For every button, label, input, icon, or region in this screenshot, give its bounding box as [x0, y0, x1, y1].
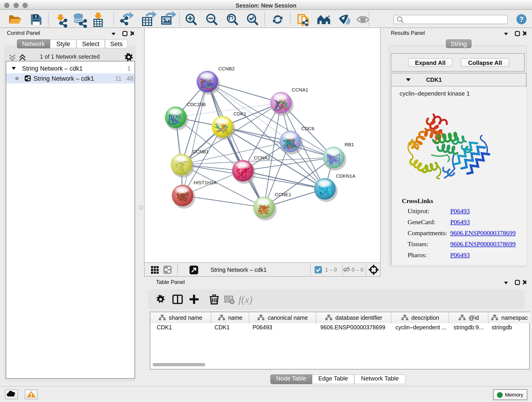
svg-text:f(x): f(x) — [239, 294, 253, 305]
svg-text:CCNA1: CCNA1 — [292, 87, 308, 92]
svg-text:CDK1: CDK1 — [234, 111, 246, 116]
svg-text:String Network – cdk1: String Network – cdk1 — [210, 267, 267, 273]
svg-text:CDC25B: CDC25B — [187, 102, 206, 107]
svg-text:CDC6: CDC6 — [301, 126, 314, 131]
svg-text:0 – 0: 0 – 0 — [352, 267, 363, 273]
svg-text:CDKN1A: CDKN1A — [336, 173, 355, 179]
svg-text:1 – 0: 1 – 0 — [325, 267, 337, 273]
svg-text:CCNB1: CCNB1 — [192, 149, 209, 154]
svg-text:CCNB2: CCNB2 — [218, 66, 234, 71]
svg-text:HIST1H1A: HIST1H1A — [194, 180, 216, 185]
svg-text:CCNE1: CCNE1 — [275, 192, 291, 197]
svg-text:RB1: RB1 — [345, 142, 354, 147]
svg-text:CCNA2: CCNA2 — [254, 155, 270, 160]
